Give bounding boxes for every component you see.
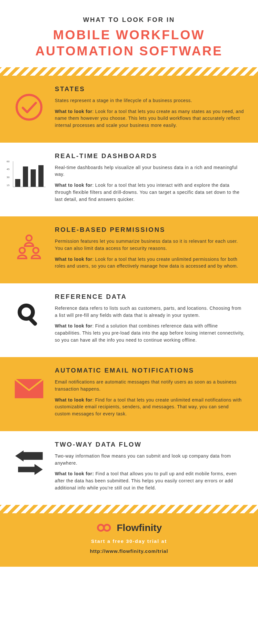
- magnifier-icon: [13, 299, 45, 331]
- section-title: REFERENCE DATA: [55, 293, 245, 300]
- label: What to look for: [55, 397, 92, 402]
- bar: [31, 169, 36, 186]
- bar: [15, 179, 20, 187]
- tick: 30: [7, 176, 10, 179]
- body-text: What to look for: Find a solution that c…: [55, 323, 245, 344]
- body-text: What to look for: Look for a tool that l…: [55, 108, 245, 129]
- body-text: What to look for: Look for a tool that l…: [55, 182, 245, 203]
- label: What to look for: [55, 323, 92, 328]
- intro-text: Email notifications are automatic messag…: [55, 379, 245, 393]
- section-emails: AUTOMATIC EMAIL NOTIFICATIONS Email noti…: [0, 357, 258, 431]
- svg-point-12: [104, 525, 110, 531]
- svg-marker-10: [35, 464, 43, 475]
- brand: Flowfinity: [13, 522, 245, 533]
- brand-name: Flowfinity: [117, 522, 162, 533]
- brand-logo-icon: [96, 523, 114, 533]
- body-text: What to look for: Look for a tool that l…: [55, 256, 245, 270]
- tick: 45: [7, 168, 10, 171]
- body-text: What to look for: Find for a tool that l…: [55, 397, 245, 418]
- two-way-arrows-icon: [13, 447, 45, 479]
- footer: Flowfinity Start a free 30-day trial at …: [0, 513, 258, 567]
- svg-point-2: [19, 248, 25, 253]
- intro-text: States represent a stage in the lifecycl…: [55, 97, 245, 104]
- pretitle: WHAT TO LOOK FOR IN: [13, 16, 245, 24]
- header: WHAT TO LOOK FOR IN MOBILE WORKFLOW AUTO…: [0, 0, 258, 67]
- bar: [23, 166, 28, 187]
- section-title: REAL-TIME DASHBOARDS: [55, 152, 245, 160]
- label: What to look for: [55, 257, 92, 262]
- svg-point-4: [20, 306, 33, 319]
- body-text: What to look for: Find a tool that allow…: [55, 470, 245, 491]
- tick: 60: [7, 160, 10, 163]
- label: What to look for:: [55, 471, 94, 476]
- section-states: STATES States represent a stage in the l…: [0, 76, 258, 143]
- intro-text: Permission features let you summarize bu…: [55, 238, 245, 252]
- section-title: TWO-WAY DATA FLOW: [55, 441, 245, 448]
- check-circle-icon: [13, 91, 45, 123]
- tick: 15: [7, 184, 10, 187]
- svg-point-0: [17, 95, 42, 120]
- section-reference: REFERENCE DATA Reference data refers to …: [0, 283, 258, 357]
- label: What to look for: [55, 183, 92, 188]
- trial-url[interactable]: http://www.flowfinity.com/trial: [13, 548, 245, 554]
- bar: [38, 165, 44, 187]
- section-title: STATES: [55, 85, 245, 93]
- stripe-divider: [0, 67, 258, 76]
- section-title: ROLE-BASED PERMISSIONS: [55, 226, 245, 233]
- svg-rect-9: [18, 467, 35, 472]
- section-dashboards: 60 45 30 15 REAL-TIME DASHBOARDS Real-ti…: [0, 143, 258, 216]
- users-icon: [13, 232, 45, 264]
- stripe-divider: [0, 505, 258, 513]
- svg-point-11: [98, 525, 104, 531]
- title: MOBILE WORKFLOW AUTOMATION SOFTWARE: [13, 27, 245, 59]
- svg-marker-8: [15, 450, 24, 461]
- svg-rect-5: [28, 317, 38, 326]
- intro-text: Reference data refers to lists such as c…: [55, 305, 245, 319]
- svg-rect-7: [23, 453, 40, 459]
- section-two-way: TWO-WAY DATA FLOW Two-way information fl…: [0, 431, 258, 505]
- envelope-icon: [13, 373, 45, 405]
- intro-text: Two-way information flow means you can s…: [55, 453, 245, 467]
- trial-text: Start a free 30-day trial at: [13, 538, 245, 544]
- svg-point-1: [26, 235, 32, 241]
- bar-chart-icon: 60 45 30 15: [13, 158, 45, 190]
- section-title: AUTOMATIC EMAIL NOTIFICATIONS: [55, 367, 245, 374]
- svg-point-3: [33, 248, 38, 253]
- intro-text: Real-time dashboards help visualize all …: [55, 164, 245, 178]
- section-permissions: ROLE-BASED PERMISSIONS Permission featur…: [0, 216, 258, 283]
- label: What to look for: [55, 109, 92, 114]
